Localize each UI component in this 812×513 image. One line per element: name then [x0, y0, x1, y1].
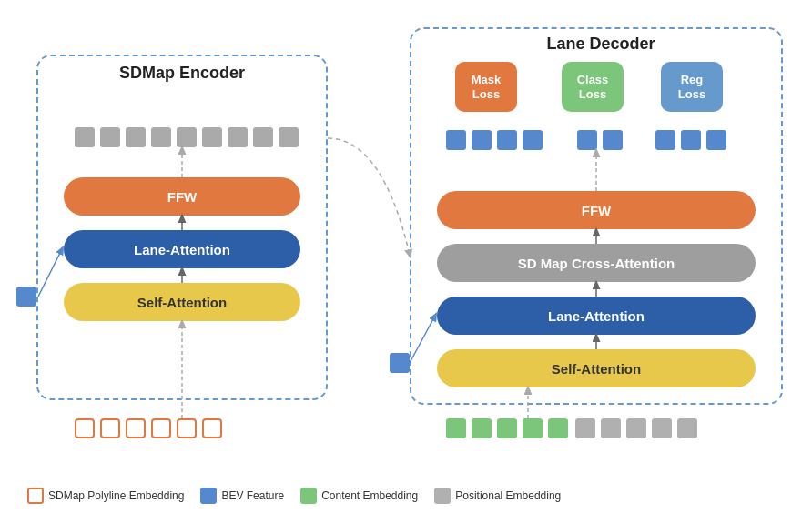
reg-loss-box: RegLoss [661, 62, 723, 112]
legend-positional: Positional Embedding [434, 488, 561, 504]
sdmap-self-attention: Self-Attention [64, 283, 300, 321]
decoder-ffw: FFW [437, 191, 756, 229]
decoder-out-sq-6 [603, 130, 623, 150]
pos-sq-2 [601, 418, 621, 438]
diagram-container: SDMap Encoder Lane Decoder FFW Lane-Atte… [0, 0, 812, 513]
content-sq-2 [472, 418, 492, 438]
legend-positional-icon [434, 488, 451, 504]
sdmap-poly-sq-3 [126, 418, 146, 438]
sdmap-output-sq-8 [253, 127, 273, 147]
decoder-lane-attention: Lane-Attention [437, 297, 756, 335]
mask-loss-box: MaskLoss [455, 62, 517, 112]
sdmap-bev-feature [16, 287, 36, 307]
pos-sq-3 [626, 418, 646, 438]
legend-sdmap: SDMap Polyline Embedding [27, 488, 184, 504]
lane-decoder-title: Lane Decoder [510, 35, 692, 54]
sdmap-poly-sq-5 [177, 418, 197, 438]
sdmap-output-sq-9 [279, 127, 299, 147]
legend-content-label: Content Embedding [321, 489, 418, 502]
legend-positional-label: Positional Embedding [455, 489, 561, 502]
decoder-self-attention: Self-Attention [437, 349, 756, 387]
decoder-out-sq-4 [523, 130, 543, 150]
legend: SDMap Polyline Embedding BEV Feature Con… [27, 488, 561, 504]
decoder-bev-feature [390, 353, 410, 373]
pos-sq-1 [575, 418, 595, 438]
sdmap-lane-attention: Lane-Attention [64, 230, 300, 268]
legend-bev-icon [200, 488, 217, 504]
content-sq-5 [548, 418, 568, 438]
content-sq-1 [446, 418, 466, 438]
legend-content: Content Embedding [300, 488, 418, 504]
decoder-out-sq-3 [497, 130, 517, 150]
sdmap-output-sq-7 [228, 127, 248, 147]
sdmap-poly-sq-6 [202, 418, 222, 438]
pos-sq-5 [677, 418, 697, 438]
decoder-out-sq-5 [577, 130, 597, 150]
pos-sq-4 [652, 418, 672, 438]
legend-bev: BEV Feature [200, 488, 284, 504]
decoder-out-sq-7 [655, 130, 675, 150]
sdmap-output-sq-1 [75, 127, 95, 147]
class-loss-box: ClassLoss [562, 62, 624, 112]
sdmap-output-sq-5 [177, 127, 197, 147]
decoder-out-sq-9 [706, 130, 726, 150]
decoder-cross-attention: SD Map Cross-Attention [437, 244, 756, 282]
sdmap-output-sq-3 [126, 127, 146, 147]
decoder-out-sq-1 [446, 130, 466, 150]
sdmap-output-sq-6 [202, 127, 222, 147]
sdmap-output-sq-4 [151, 127, 171, 147]
legend-content-icon [300, 488, 317, 504]
sdmap-output-sq-2 [100, 127, 120, 147]
legend-sdmap-icon [27, 488, 44, 504]
content-sq-4 [523, 418, 543, 438]
sdmap-poly-sq-1 [75, 418, 95, 438]
sdmap-encoder-box [36, 55, 328, 400]
sdmap-poly-sq-2 [100, 418, 120, 438]
sdmap-poly-sq-4 [151, 418, 171, 438]
legend-sdmap-label: SDMap Polyline Embedding [48, 489, 184, 502]
sdmap-encoder-title: SDMap Encoder [91, 64, 273, 83]
content-sq-3 [497, 418, 517, 438]
sdmap-ffw: FFW [64, 177, 300, 216]
decoder-out-sq-2 [472, 130, 492, 150]
decoder-out-sq-8 [681, 130, 701, 150]
legend-bev-label: BEV Feature [221, 489, 284, 502]
